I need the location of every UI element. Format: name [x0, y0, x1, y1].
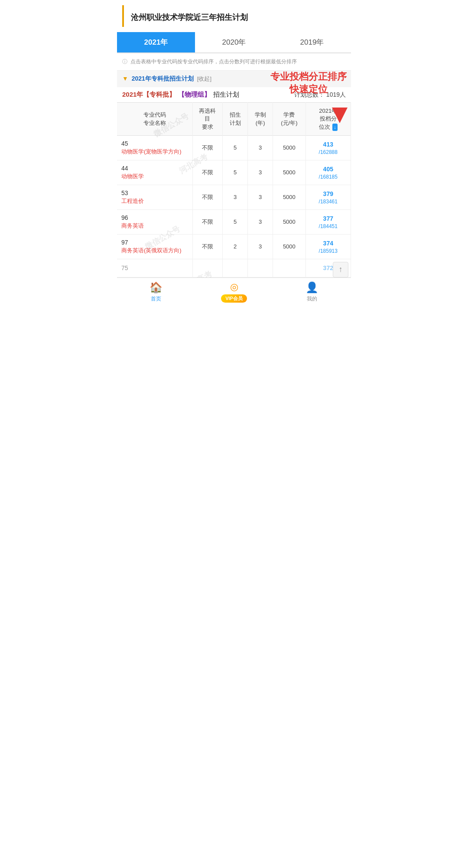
col-major[interactable]: 专业代码专业名称 — [117, 103, 192, 136]
enrollment-table-wrapper: 微信公众号 河北高考 微信公众号 河北高考 微信公众号 河北高考 微众号 河北高… — [117, 102, 351, 277]
score-value: 379 — [309, 189, 348, 199]
nav-mine[interactable]: 👤 我的 — [273, 281, 351, 303]
cell-duration: 3 — [248, 234, 273, 259]
section-header: ▼ 2021年专科批招生计划 [收起] — [117, 71, 351, 87]
tab-2019[interactable]: 2019年 — [273, 32, 351, 52]
cell-tuition: 5000 — [273, 209, 306, 234]
table-row: 44动物医学不限535000405/168185 — [117, 160, 351, 185]
cell-score: 413/162888 — [306, 135, 351, 160]
table-row: 97商务英语(英俄双语方向)不限235000374/185913 — [117, 234, 351, 259]
scroll-top-button[interactable]: ↑ — [333, 262, 348, 277]
cell-major: 97商务英语(英俄双语方向) — [117, 234, 192, 259]
collapse-btn[interactable]: [收起] — [197, 75, 211, 82]
year-tabs: 2021年 2020年 2019年 — [117, 32, 351, 53]
score-rank: /168185 — [309, 174, 348, 180]
tab-2021[interactable]: 2021年 — [117, 32, 195, 52]
cell-duration: 3 — [248, 209, 273, 234]
cell-tuition: 5000 — [273, 185, 306, 209]
table-header: 专业代码专业名称 再选科目要求 招生计划 学制(年) 学费(元/年) 2021年… — [117, 103, 351, 136]
cell-score: 374/185913 — [306, 234, 351, 259]
cell-score: 379/183461 — [306, 185, 351, 209]
cell-enrollment: 5 — [223, 135, 248, 160]
page-title: 沧州职业技术学院近三年招生计划 — [131, 12, 339, 23]
cell-major: 96商务英语 — [117, 209, 192, 234]
major-name: 商务英语 — [121, 222, 190, 230]
table-row: 96商务英语不限535000377/184451 — [117, 209, 351, 234]
cell-enrollment — [223, 259, 248, 277]
cell-enrollment: 2 — [223, 234, 248, 259]
major-code: 75 — [121, 264, 190, 271]
cell-enrollment: 3 — [223, 185, 248, 209]
cell-duration: 3 — [248, 185, 273, 209]
nav-home-label: 首页 — [151, 295, 161, 303]
score-value: 413 — [309, 140, 348, 149]
plan-info-row: 2021年【专科批】 【物理组】 招生计划 计划总数： 1019人 — [117, 87, 351, 102]
score-value: 405 — [309, 165, 348, 174]
vip-badge: VIP会员 — [221, 294, 247, 303]
home-icon: 🏠 — [150, 281, 162, 294]
major-code: 97 — [121, 239, 190, 246]
major-code: 96 — [121, 214, 190, 221]
cell-elective: 不限 — [192, 234, 223, 259]
cell-elective: 不限 — [192, 135, 223, 160]
plan-text: 招生计划 — [213, 91, 239, 99]
major-code: 44 — [121, 165, 190, 172]
info-bar: ⓘ 点击表格中专业代码按专业代码排序，点击分数列可进行根据最低分排序 — [117, 53, 351, 71]
cell-enrollment: 5 — [223, 209, 248, 234]
data-table: 专业代码专业名称 再选科目要求 招生计划 学制(年) 学费(元/年) 2021年… — [117, 102, 351, 277]
cell-enrollment: 5 — [223, 160, 248, 185]
section-arrow: ▼ — [122, 75, 128, 82]
cell-score: 405/168185 — [306, 160, 351, 185]
col-duration: 学制(年) — [248, 103, 273, 136]
score-value: 377 — [309, 214, 348, 223]
cell-score: 377/184451 — [306, 209, 351, 234]
info-icon: ⓘ — [122, 59, 127, 65]
annotation-section: ▼ 2021年专科批招生计划 [收起] 专业投档分正排序 快速定位 — [117, 71, 351, 87]
plan-group: 【物理组】 — [178, 91, 211, 99]
cell-duration: 3 — [248, 135, 273, 160]
bottom-nav: 🏠 首页 ◎ VIP会员 👤 我的 — [117, 277, 351, 311]
nav-home[interactable]: 🏠 首页 — [117, 281, 195, 303]
cell-elective: 不限 — [192, 209, 223, 234]
table-body: 45动物医学(宠物医学方向)不限535000413/16288844动物医学不限… — [117, 135, 351, 277]
cell-elective — [192, 259, 223, 277]
cell-duration: 3 — [248, 160, 273, 185]
cell-tuition: 5000 — [273, 135, 306, 160]
sort-icon[interactable]: ↓ — [332, 124, 338, 131]
score-value: 374 — [309, 239, 348, 248]
major-name: 商务英语(英俄双语方向) — [121, 247, 190, 255]
cell-major: 44动物医学 — [117, 160, 192, 185]
plan-year-batch: 2021年【专科批】 — [122, 91, 176, 99]
cell-major: 45动物医学(宠物医学方向) — [117, 135, 192, 160]
table-row: 53工程造价不限335000379/183461 — [117, 185, 351, 209]
score-rank: /183461 — [309, 199, 348, 205]
col-tuition: 学费(元/年) — [273, 103, 306, 136]
major-code: 53 — [121, 189, 190, 196]
cell-tuition: 5000 — [273, 160, 306, 185]
col-enrollment: 招生计划 — [223, 103, 248, 136]
plan-total: 计划总数： 1019人 — [294, 91, 346, 99]
cell-tuition: 5000 — [273, 234, 306, 259]
nav-mine-label: 我的 — [307, 295, 317, 303]
tab-2020[interactable]: 2020年 — [195, 32, 273, 52]
major-name: 动物医学(宠物医学方向) — [121, 148, 190, 156]
major-name: 工程造价 — [121, 197, 190, 205]
table-row: 45动物医学(宠物医学方向)不限535000413/162888 — [117, 135, 351, 160]
table-row: 75372 — [117, 259, 351, 277]
user-icon: 👤 — [306, 281, 318, 294]
score-rank: /162888 — [309, 149, 348, 155]
cell-major: 53工程造价 — [117, 185, 192, 209]
cell-duration — [248, 259, 273, 277]
major-code: 45 — [121, 140, 190, 147]
page-header: 沧州职业技术学院近三年招生计划 — [122, 5, 346, 27]
cell-elective: 不限 — [192, 160, 223, 185]
cell-major: 75 — [117, 259, 192, 277]
nav-vip[interactable]: ◎ VIP会员 — [195, 281, 273, 303]
score-rank: /184451 — [309, 223, 348, 229]
score-rank: /185913 — [309, 248, 348, 254]
col-elective: 再选科目要求 — [192, 103, 223, 136]
major-name: 动物医学 — [121, 173, 190, 180]
cell-tuition — [273, 259, 306, 277]
vip-icon: ◎ — [230, 281, 238, 293]
col-score[interactable]: 2021年投档分位次 ↓ — [306, 103, 351, 136]
